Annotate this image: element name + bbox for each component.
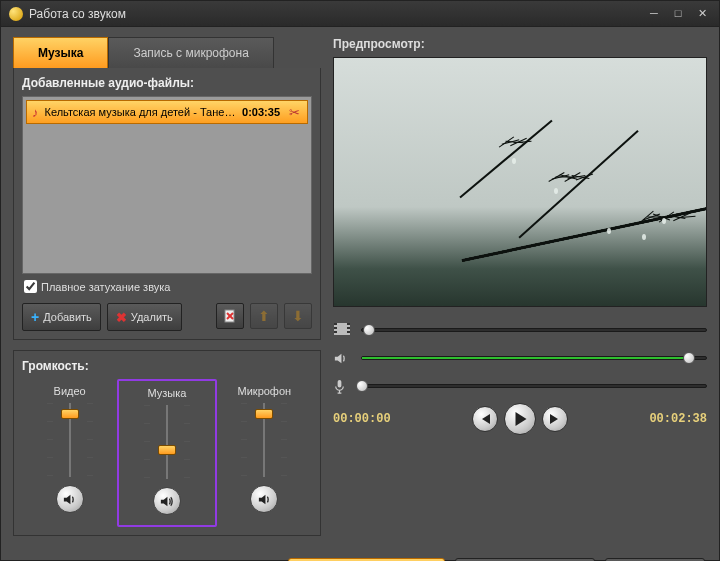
files-header: Добавленные аудио-файлы: — [22, 76, 312, 90]
skip-prev-icon — [479, 414, 491, 424]
audio-file-item[interactable]: ♪ Кельтская музыка для детей - Танец-Ht.… — [26, 100, 308, 124]
audio-file-duration: 0:03:35 — [242, 106, 280, 118]
remove-file-button[interactable] — [216, 303, 244, 329]
prev-button[interactable] — [472, 406, 498, 432]
time-total: 00:02:38 — [649, 412, 707, 426]
move-up-button[interactable]: ⬆ — [250, 303, 278, 329]
volume-panel: Громкость: Видео — [13, 350, 321, 536]
plus-icon: + — [31, 309, 39, 325]
move-down-button[interactable]: ⬇ — [284, 303, 312, 329]
maximize-button[interactable]: □ — [669, 7, 687, 21]
volume-video-slider[interactable] — [55, 403, 85, 477]
speaker-icon — [159, 494, 174, 509]
fade-checkbox-row[interactable]: Плавное затухание звука — [22, 278, 312, 295]
volume-mic-slider[interactable] — [249, 403, 279, 477]
app-icon — [9, 7, 23, 21]
video-progress-slider[interactable] — [361, 328, 707, 332]
speaker-icon — [62, 492, 77, 507]
volume-music-column: Музыка — [117, 379, 216, 527]
transport-controls — [472, 403, 568, 435]
preview-viewport[interactable] — [333, 57, 707, 307]
volume-video-column: Видео — [22, 379, 117, 527]
delete-button[interactable]: ✖ Удалить — [107, 303, 182, 331]
tab-microphone[interactable]: Запись с микрофона — [108, 37, 273, 68]
play-button[interactable] — [504, 403, 536, 435]
tab-bar: Музыка Запись с микрофона — [13, 37, 321, 68]
preview-header: Предпросмотр: — [333, 37, 707, 51]
footer-buttons: Сохранить изменения Заменить сейчас Отме… — [1, 548, 719, 561]
volume-music-slider[interactable] — [152, 405, 182, 479]
music-note-icon: ♪ — [32, 105, 39, 120]
preview-mic-slider[interactable] — [361, 384, 707, 388]
arrow-down-icon: ⬇ — [292, 308, 304, 324]
preview-controls: 00:00:00 00:02:38 — [333, 319, 707, 435]
skip-next-icon — [549, 414, 561, 424]
volume-music-label: Музыка — [123, 387, 210, 399]
close-button[interactable]: ✕ — [693, 7, 711, 21]
minimize-button[interactable]: ─ — [645, 7, 663, 21]
scissors-icon[interactable]: ✂ — [286, 104, 302, 120]
volume-header: Громкость: — [22, 359, 312, 373]
arrow-up-icon: ⬆ — [258, 308, 270, 324]
window-title: Работа со звуком — [29, 7, 639, 21]
fade-label: Плавное затухание звука — [41, 281, 170, 293]
volume-video-mute[interactable] — [56, 485, 84, 513]
add-button[interactable]: + Добавить — [22, 303, 101, 331]
svg-rect-3 — [338, 379, 342, 387]
sound-editor-window: Работа со звуком ─ □ ✕ Музыка Запись с м… — [0, 0, 720, 561]
filmstrip-icon — [333, 322, 351, 338]
audio-file-name: Кельтская музыка для детей - Танец-Ht... — [45, 106, 237, 118]
play-icon — [514, 412, 527, 426]
delete-button-label: Удалить — [131, 311, 173, 323]
tab-music[interactable]: Музыка — [13, 37, 108, 68]
add-button-label: Добавить — [43, 311, 92, 323]
microphone-icon — [333, 379, 351, 394]
volume-icon — [333, 351, 351, 366]
titlebar: Работа со звуком ─ □ ✕ — [1, 1, 719, 27]
audio-file-list[interactable]: ♪ Кельтская музыка для детей - Танец-Ht.… — [22, 96, 312, 274]
next-button[interactable] — [542, 406, 568, 432]
time-current: 00:00:00 — [333, 412, 391, 426]
volume-video-label: Видео — [26, 385, 113, 397]
remove-file-icon — [223, 309, 237, 323]
fade-checkbox[interactable] — [24, 280, 37, 293]
volume-music-mute[interactable] — [153, 487, 181, 515]
speaker-icon — [257, 492, 272, 507]
preview-volume-slider[interactable] — [361, 356, 707, 360]
volume-mic-column: Микрофон — [217, 379, 312, 527]
volume-mic-mute[interactable] — [250, 485, 278, 513]
cross-icon: ✖ — [116, 310, 127, 325]
volume-mic-label: Микрофон — [221, 385, 308, 397]
